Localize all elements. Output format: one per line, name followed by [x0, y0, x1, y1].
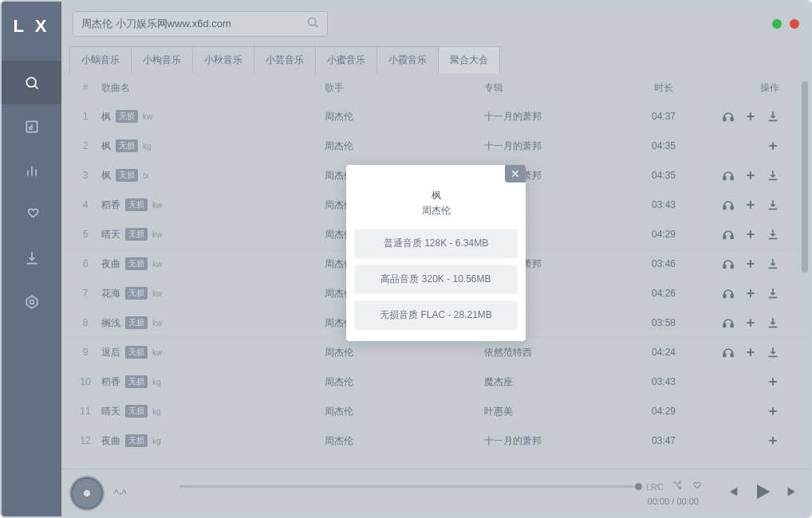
- popup-song-title: 枫: [354, 189, 518, 202]
- sidebar: L X: [2, 2, 61, 516]
- nav-settings[interactable]: [2, 280, 61, 324]
- svg-point-0: [26, 77, 36, 87]
- svg-point-3: [29, 127, 31, 129]
- nav-library[interactable]: [2, 104, 61, 148]
- modal-overlay[interactable]: ✕ 枫 周杰伦 普通音质 128K - 6.34MB 高品音质 320K - 1…: [61, 2, 810, 516]
- popup-artist: 周杰伦: [354, 204, 518, 218]
- quality-option-128k[interactable]: 普通音质 128K - 6.34MB: [354, 229, 518, 258]
- svg-line-1: [34, 85, 37, 88]
- main-panel: 小蜗音乐小枸音乐小秋音乐小芸音乐小蜜音乐小霞音乐聚合大会 # 歌曲名 歌手 专辑…: [61, 2, 810, 516]
- quality-option-320k[interactable]: 高品音质 320K - 10.56MB: [354, 265, 518, 294]
- quality-popup: ✕ 枫 周杰伦 普通音质 128K - 6.34MB 高品音质 320K - 1…: [346, 165, 526, 341]
- nav-favorites[interactable]: [2, 192, 61, 236]
- nav-downloads[interactable]: [2, 236, 61, 280]
- svg-point-8: [30, 300, 34, 304]
- svg-marker-7: [26, 296, 37, 308]
- app-logo: L X: [14, 2, 50, 61]
- close-icon[interactable]: ✕: [505, 165, 526, 182]
- nav-charts[interactable]: [2, 148, 61, 192]
- nav-search[interactable]: [2, 61, 61, 104]
- quality-option-flac[interactable]: 无损音质 FLAC - 28.21MB: [354, 300, 518, 330]
